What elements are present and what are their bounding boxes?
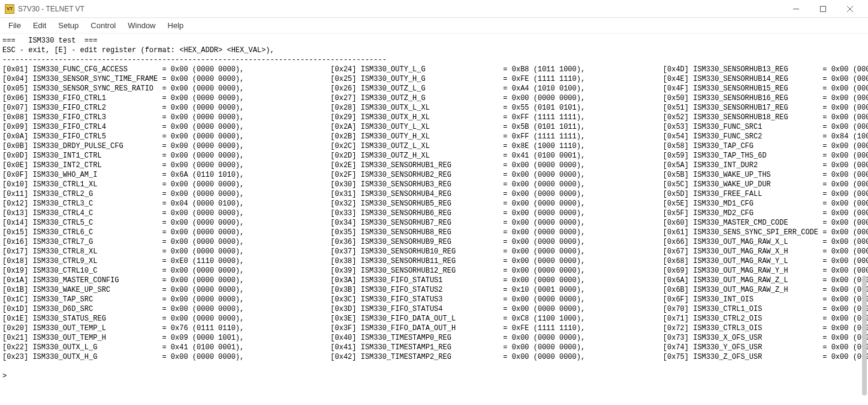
scrollbar[interactable] [862,276,867,395]
terminal-output[interactable]: === ISM330 test === ESC - exit, [E] - ed… [0,34,868,405]
menubar: File Edit Setup Control Window Help [0,18,868,34]
menu-edit[interactable]: Edit [27,19,52,32]
menu-help[interactable]: Help [162,19,190,32]
titlebar: VT S7V30 - TELNET VT [0,0,868,18]
window-title: S7V30 - TELNET VT [18,5,782,13]
svg-rect-1 [820,6,825,11]
menu-control[interactable]: Control [85,19,122,32]
menu-window[interactable]: Window [122,19,161,32]
close-button[interactable] [836,1,863,17]
minimize-button[interactable] [782,1,809,17]
window-controls [782,1,863,17]
menu-file[interactable]: File [2,19,27,32]
maximize-button[interactable] [809,1,836,17]
app-icon: VT [5,4,14,14]
menu-setup[interactable]: Setup [52,19,85,32]
